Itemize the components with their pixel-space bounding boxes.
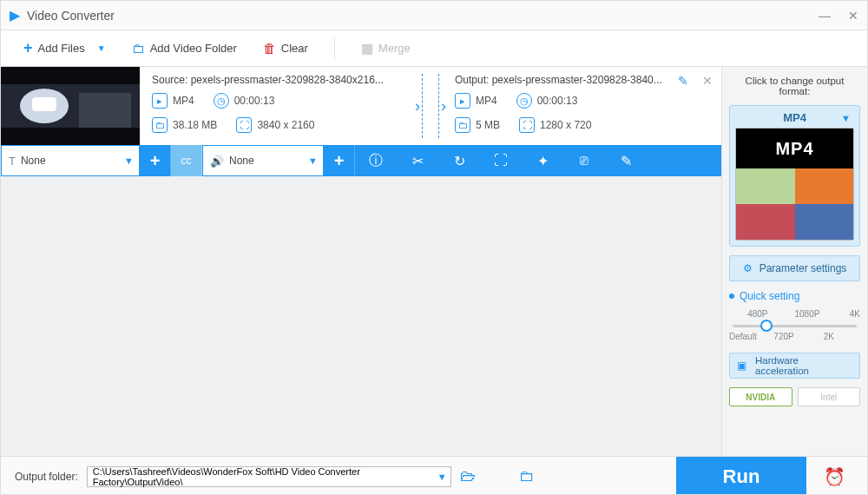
toolbar: + Add Files ▼ 🗀 Add Video Folder 🗑 Clear… (1, 30, 867, 67)
parameter-settings-button[interactable]: ⚙ Parameter settings (729, 255, 860, 281)
clock-icon: ◷ (214, 93, 229, 109)
source-dimensions: 3840 x 2160 (257, 119, 314, 131)
add-files-label: Add Files (38, 42, 85, 55)
tick-1080p: 1080P (795, 309, 820, 319)
remove-file-button[interactable]: ✕ (702, 74, 713, 88)
trash-icon: 🗑 (263, 41, 276, 56)
edit-output-button[interactable]: ✎ (678, 74, 688, 88)
app-logo-icon: ▶ (10, 7, 20, 23)
hardware-accel-label: Hardware acceleration (755, 355, 852, 376)
speaker-icon: 🔊 (210, 155, 224, 168)
file-row[interactable]: Source: pexels-pressmaster-3209828-3840x… (1, 67, 721, 145)
file-list-panel: Source: pexels-pressmaster-3209828-3840x… (1, 67, 721, 456)
dropdown-caret-icon[interactable]: ▼ (97, 43, 106, 53)
quick-setting: Quick setting 480P 1080P 4K Default 720P… (729, 290, 860, 344)
format-icon: ▸ (152, 93, 168, 109)
slider-knob[interactable] (760, 320, 773, 332)
tick-2k: 2K (824, 332, 834, 341)
titlebar: ▶ Video Converter — ✕ (1, 1, 867, 30)
source-format: MP4 (173, 95, 194, 107)
tick-720p: 720P (773, 332, 793, 341)
source-info: Source: pexels-pressmaster-3209828-3840x… (140, 67, 418, 145)
scheduler-button[interactable]: ⏰ (815, 466, 853, 487)
chevron-right-icon: › (415, 97, 420, 116)
close-button[interactable]: ✕ (848, 9, 858, 23)
output-format-panel: Click to change output format: MP4 ▼ MP4… (721, 67, 867, 456)
format-thumbnail: MP4 (735, 128, 854, 241)
open-folder-button[interactable]: 🗀 (519, 467, 535, 485)
svg-rect-4 (79, 93, 131, 128)
bullet-icon (729, 294, 734, 299)
add-subtitle-button[interactable]: + (140, 145, 171, 176)
plus-icon: + (23, 39, 33, 57)
output-folder-value: C:\Users\Tashreef\Videos\WonderFox Soft\… (93, 466, 445, 487)
settings-icon: ⚙ (743, 262, 753, 274)
chevron-down-icon: ▼ (308, 155, 318, 166)
edit-button[interactable]: ✎ (605, 145, 647, 176)
quality-slider[interactable]: 480P 1080P 4K Default 720P 2K (729, 309, 860, 344)
watermark-button[interactable]: ⎚ (563, 145, 605, 176)
output-size: 5 MB (476, 119, 500, 131)
edit-actionbar: T None ▼ + cc 🔊 None ▼ + ⓘ ✂ ↻ ⛶ ✦ ⎚ ✎ (1, 145, 721, 176)
add-folder-label: Add Video Folder (150, 42, 237, 55)
add-audio-button[interactable]: + (324, 145, 355, 176)
clear-button[interactable]: 🗑 Clear (258, 37, 313, 59)
format-hint: Click to change output format: (729, 76, 860, 96)
format-icon: ▸ (455, 93, 470, 109)
output-folder-label: Output folder: (15, 471, 78, 483)
dimensions-icon: ⛶ (519, 117, 535, 133)
divider (334, 37, 335, 60)
run-button[interactable]: Run (676, 457, 806, 496)
parameter-settings-label: Parameter settings (760, 262, 847, 274)
output-filename: Output: pexels-pressmaster-3209828-3840.… (455, 74, 709, 86)
merge-label: Merge (378, 42, 411, 55)
add-folder-button[interactable]: 🗀 Add Video Folder (127, 37, 242, 59)
add-files-button[interactable]: + Add Files ▼ (18, 36, 111, 61)
chip-icon: ▣ (737, 360, 746, 372)
output-format-selector[interactable]: MP4 ▼ MP4 (729, 105, 860, 247)
audio-value: None (229, 155, 254, 167)
output-dimensions: 1280 x 720 (540, 119, 591, 131)
dimensions-icon: ⛶ (236, 117, 252, 133)
hardware-accel-button[interactable]: ▣ Hardware acceleration (729, 353, 860, 379)
nvidia-toggle[interactable]: NVIDIA (729, 387, 792, 406)
info-button[interactable]: ⓘ (355, 145, 397, 176)
output-duration: 00:00:13 (537, 95, 578, 107)
mp4-badge: MP4 (736, 129, 853, 168)
chevron-down-icon: ▼ (124, 155, 134, 166)
crop-button[interactable]: ⛶ (480, 145, 522, 176)
filesize-icon: 🗀 (152, 117, 168, 133)
source-duration: 00:00:13 (234, 95, 275, 107)
tick-480p: 480P (747, 309, 767, 319)
cut-button[interactable]: ✂ (397, 145, 438, 176)
audio-dropdown[interactable]: 🔊 None ▼ (202, 145, 324, 176)
filesize-icon: 🗀 (455, 117, 470, 133)
text-icon: T (9, 155, 16, 168)
quick-setting-label: Quick setting (740, 290, 799, 302)
subtitle-dropdown[interactable]: T None ▼ (1, 145, 140, 176)
chevron-down-icon: ▼ (437, 472, 447, 482)
subtitle-value: None (21, 155, 46, 167)
merge-icon: ▦ (361, 41, 373, 56)
minimize-button[interactable]: — (819, 9, 831, 23)
output-format: MP4 (476, 95, 497, 107)
clear-label: Clear (281, 42, 308, 55)
browse-folder-button[interactable]: 🗁 (460, 467, 476, 485)
bottom-bar: Output folder: C:\Users\Tashreef\Videos\… (1, 456, 867, 495)
cc-button[interactable]: cc (171, 145, 202, 176)
source-filename: Source: pexels-pressmaster-3209828-3840x… (152, 74, 406, 86)
tick-default: Default (729, 332, 757, 341)
app-title: Video Converter (27, 9, 115, 23)
effects-button[interactable]: ✦ (522, 145, 563, 176)
video-thumbnail[interactable] (1, 67, 140, 145)
output-format-name: MP4 (783, 111, 806, 124)
tick-4k: 4K (850, 309, 860, 319)
rotate-button[interactable]: ↻ (438, 145, 480, 176)
merge-button[interactable]: ▦ Merge (356, 37, 416, 60)
intel-toggle[interactable]: Intel (798, 387, 861, 406)
output-folder-input[interactable]: C:\Users\Tashreef\Videos\WonderFox Soft\… (87, 466, 451, 487)
folder-plus-icon: 🗀 (132, 41, 145, 56)
output-info: Output: pexels-pressmaster-3209828-3840.… (443, 67, 721, 145)
svg-rect-3 (32, 97, 56, 111)
source-size: 38.18 MB (173, 119, 217, 131)
